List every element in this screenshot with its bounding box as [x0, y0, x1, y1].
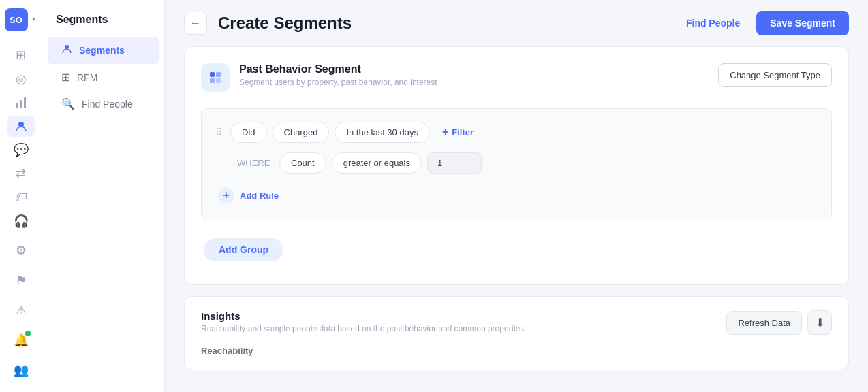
nav-icon-warning[interactable]: ⚠	[7, 297, 35, 324]
filter-button[interactable]: + Filter	[435, 121, 480, 143]
nav-icon-users[interactable]	[7, 116, 35, 137]
nav-icon-flag[interactable]: ⚑	[7, 267, 35, 294]
insights-info: Insights Reachability and sample people …	[201, 310, 524, 333]
operator-pill[interactable]: greater or equals	[332, 152, 422, 174]
insights-header: Insights Reachability and sample people …	[201, 310, 832, 335]
icon-sidebar: SO ▾ ⊞ ◎ 💬 ⇄ 🏷 🎧 ⚙ ⚑ ⚠ 🔔 👥	[0, 0, 42, 392]
main-sidebar: Segments Segments ⊞ RFM 🔍 Find People	[42, 0, 165, 392]
avatar[interactable]: SO	[5, 8, 28, 31]
header-actions: Find People Save Segment	[678, 11, 849, 35]
save-segment-button[interactable]: Save Segment	[756, 11, 849, 35]
rfm-icon: ⊞	[61, 71, 70, 84]
page-header: ← Create Segments Find People Save Segme…	[165, 0, 868, 46]
main-content: ← Create Segments Find People Save Segme…	[165, 0, 868, 392]
nav-icon-notifications[interactable]: 🔔	[7, 327, 35, 354]
segment-type-icon	[201, 63, 230, 92]
nav-icon-support[interactable]: 🎧	[7, 210, 35, 231]
download-button[interactable]: ⬇	[807, 310, 832, 335]
where-label: WHERE	[237, 158, 274, 168]
sidebar-title: Segments	[42, 14, 164, 37]
page-title: Create Segments	[218, 14, 667, 33]
segment-header-left: Past Behavior Segment Segment users by p…	[201, 63, 437, 92]
add-rule-plus-icon: +	[218, 187, 234, 203]
insights-title: Insights	[201, 310, 524, 322]
segment-info: Past Behavior Segment Segment users by p…	[239, 63, 437, 87]
segment-subtitle: Segment users by property, past behavior…	[239, 78, 437, 87]
change-segment-type-button[interactable]: Change Segment Type	[718, 63, 832, 87]
svg-rect-6	[216, 72, 221, 77]
reachability-label: Reachability	[201, 346, 832, 356]
content-area: Past Behavior Segment Segment users by p…	[165, 46, 868, 389]
nav-icon-settings[interactable]: ⚙	[7, 237, 35, 264]
count-pill[interactable]: Count	[279, 152, 326, 174]
svg-rect-0	[16, 103, 18, 108]
sidebar-item-segments-label: Segments	[79, 45, 125, 56]
find-people-button[interactable]: Find People	[678, 12, 748, 34]
nav-icon-funnel[interactable]: ⇄	[7, 163, 35, 184]
refresh-data-button[interactable]: Refresh Data	[726, 311, 802, 335]
insights-actions: Refresh Data ⬇	[726, 310, 832, 335]
nav-icon-activity[interactable]: ◎	[7, 69, 35, 90]
segments-icon	[61, 44, 72, 57]
sidebar-item-rfm-label: RFM	[77, 72, 97, 83]
plus-icon: +	[442, 126, 448, 138]
avatar-chevron-icon[interactable]: ▾	[31, 15, 37, 22]
svg-rect-5	[210, 72, 215, 77]
did-pill[interactable]: Did	[230, 122, 267, 143]
download-icon: ⬇	[816, 316, 824, 329]
svg-rect-7	[210, 78, 215, 83]
sidebar-item-segments[interactable]: Segments	[48, 37, 159, 64]
sidebar-item-rfm[interactable]: ⊞ RFM	[48, 64, 159, 91]
segment-header: Past Behavior Segment Segment users by p…	[201, 63, 832, 92]
segment-card: Past Behavior Segment Segment users by p…	[184, 46, 849, 285]
notification-dot	[25, 331, 31, 336]
value-input[interactable]	[427, 152, 482, 174]
charged-pill[interactable]: Charged	[273, 122, 330, 143]
nav-icon-charts[interactable]	[7, 93, 35, 114]
nav-icon-team[interactable]: 👥	[7, 357, 35, 384]
rule-row-2: WHERE Count greater or equals	[215, 152, 818, 174]
rule-group: ⠿ Did Charged In the last 30 days + Filt…	[201, 108, 832, 220]
sidebar-item-find-people[interactable]: 🔍 Find People	[48, 91, 159, 117]
nav-icon-tags[interactable]: 🏷	[7, 187, 35, 208]
back-icon: ←	[190, 17, 201, 29]
insights-card: Insights Reachability and sample people …	[184, 296, 849, 370]
back-button[interactable]: ←	[184, 12, 207, 35]
sidebar-item-find-people-label: Find People	[82, 99, 133, 110]
find-people-icon: 🔍	[61, 97, 75, 110]
svg-rect-8	[216, 78, 221, 83]
rule-row-1: ⠿ Did Charged In the last 30 days + Filt…	[215, 121, 818, 143]
segment-title: Past Behavior Segment	[239, 63, 437, 76]
nav-icon-dashboard[interactable]: ⊞	[7, 45, 35, 66]
add-group-button[interactable]: Add Group	[204, 238, 283, 261]
add-group-section: Add Group	[201, 231, 832, 268]
nav-icon-messages[interactable]: 💬	[7, 140, 35, 161]
drag-handle-icon[interactable]: ⠿	[215, 127, 222, 137]
add-rule-button[interactable]: + Add Rule	[215, 183, 281, 208]
svg-rect-2	[24, 97, 26, 108]
insights-subtitle: Reachability and sample people data base…	[201, 324, 524, 333]
svg-rect-1	[20, 100, 22, 108]
svg-point-4	[65, 45, 69, 49]
time-pill[interactable]: In the last 30 days	[335, 122, 430, 143]
